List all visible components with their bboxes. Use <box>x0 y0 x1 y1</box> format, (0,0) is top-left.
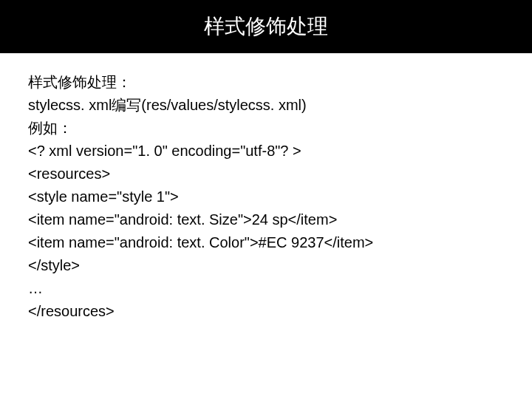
body-line: </style> <box>28 254 504 277</box>
slide-title: 样式修饰处理 <box>204 13 328 41</box>
body-line: stylecss. xml编写(res/values/stylecss. xml… <box>28 94 504 117</box>
body-line: </resources> <box>28 300 504 323</box>
body-line: <? xml version="1. 0" encoding="utf-8"? … <box>28 140 504 163</box>
body-line: <item name="android: text. Color">#EC 92… <box>28 231 504 254</box>
body-line: 例如： <box>28 117 504 140</box>
slide-body: 样式修饰处理： stylecss. xml编写(res/values/style… <box>0 53 532 323</box>
body-line: <style name="style 1"> <box>28 185 504 208</box>
body-line: <resources> <box>28 163 504 185</box>
body-line: <item name="android: text. Size">24 sp</… <box>28 208 504 231</box>
body-line: 样式修饰处理： <box>28 71 504 94</box>
body-line: … <box>28 277 504 300</box>
slide-title-bar: 样式修饰处理 <box>0 0 532 53</box>
